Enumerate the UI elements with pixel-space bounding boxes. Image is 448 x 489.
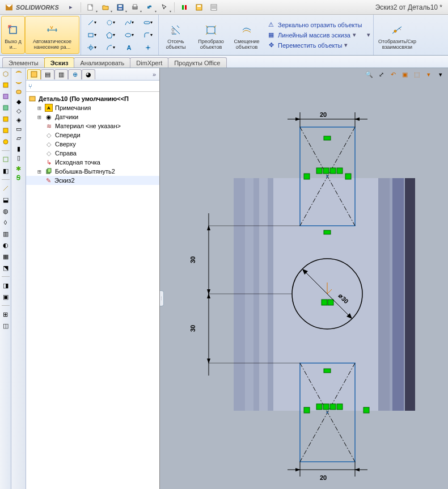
offset-icon	[241, 23, 252, 37]
relations-button[interactable]: Отобразить/Скр взаимосвязи	[375, 16, 419, 54]
tool-h[interactable]: ⬔	[1, 263, 10, 272]
fillet-tool[interactable]: ▾	[138, 29, 157, 41]
feature-cut[interactable]	[1, 92, 10, 101]
feature-fillet[interactable]	[1, 103, 10, 112]
tab-sketch[interactable]: Эскиз	[44, 57, 75, 68]
surf-4[interactable]: ◆	[16, 98, 21, 106]
options-button[interactable]	[193, 2, 205, 13]
tree-item-sketch2[interactable]: ✎Эскиз2	[26, 176, 159, 185]
tool-i[interactable]: ◨	[1, 281, 10, 290]
material-icon: ≋	[45, 122, 53, 130]
tree-item-right-plane[interactable]: ◇Справа	[26, 149, 159, 158]
exit-sketch-button[interactable]: Выхо д и...	[1, 16, 25, 54]
tool-b[interactable]: ⬓	[1, 195, 10, 204]
linear-pattern-button[interactable]: ▦Линейный массив эскиза▾	[267, 31, 362, 40]
tool-d[interactable]: ◊	[1, 218, 10, 227]
tree-item-origin[interactable]: ↳Исходная точка	[26, 158, 159, 167]
tab-dimxpert[interactable]: DimXpert	[130, 57, 168, 68]
trim-button[interactable]: Отсечь объекты	[160, 16, 192, 54]
tool-g[interactable]: ▦	[1, 252, 10, 261]
graphics-area[interactable]: 🔍 ⤢ ↶ ▣ ⬚ ▾ ▾ ⋮	[160, 68, 448, 489]
smart-dimension-button[interactable]: Автоматическое нанесение ра...	[25, 16, 79, 54]
undo-button[interactable]: ▾	[143, 2, 156, 13]
svg-text:20: 20	[320, 474, 327, 481]
twist-icon[interactable]: ⊞	[36, 113, 43, 121]
menu-expand[interactable]: ▸	[65, 2, 77, 13]
tree-item-material[interactable]: ≋Материал <не указан>	[26, 121, 159, 130]
feature-revolve[interactable]	[1, 115, 10, 124]
polygon-tool[interactable]: ▾	[101, 29, 120, 41]
line-tool[interactable]: ▾	[82, 16, 101, 29]
dim-bottom-width[interactable]: 20	[288, 462, 367, 481]
tool-l[interactable]: ◫	[1, 321, 10, 330]
new-button[interactable]: ▾	[84, 2, 97, 13]
svg-rect-30	[3, 157, 8, 162]
text-tool[interactable]: A	[120, 41, 138, 54]
move-entities-button[interactable]: ✥Переместить объекты▾	[267, 41, 362, 50]
surf-8[interactable]: ▱	[16, 134, 21, 142]
tree-item-notes[interactable]: ⊞AПримечания	[26, 103, 159, 112]
rectangle-tool[interactable]: ▾	[82, 29, 101, 41]
tree-item-top-plane[interactable]: ◇Сверху	[26, 140, 159, 149]
surf-3[interactable]	[15, 88, 22, 96]
mirror-entities-button[interactable]: ⚠Зеркально отразить объекты	[267, 20, 362, 29]
feature-shell[interactable]	[1, 155, 10, 164]
rebuild-button[interactable]	[178, 2, 191, 13]
tool-c[interactable]: ◍	[1, 206, 10, 216]
tree-tab-feature-manager[interactable]	[27, 69, 41, 79]
spline-b[interactable]: Ꞩ	[16, 174, 20, 182]
print-button[interactable]: ▾	[129, 2, 141, 13]
tree-filter[interactable]: ⑂	[26, 81, 159, 92]
tool-j[interactable]: ▣	[1, 292, 10, 301]
tab-elements[interactable]: Элементы	[2, 57, 45, 68]
surf-9[interactable]: ▮	[17, 145, 20, 153]
svg-rect-6	[182, 5, 184, 10]
feature-sweep[interactable]	[1, 126, 10, 135]
tree-tab-dimxpert[interactable]: ⊕	[68, 69, 82, 79]
properties-button[interactable]	[208, 2, 220, 13]
tool-f[interactable]: ◐	[1, 241, 10, 250]
twist-icon[interactable]: ⊞	[36, 104, 43, 112]
tab-office[interactable]: Продукты Office	[168, 57, 226, 68]
feature-rib[interactable]: ◧	[1, 166, 10, 175]
tree-tab-display[interactable]: ◕	[82, 69, 95, 79]
surf-7[interactable]: ▭	[16, 125, 22, 133]
surf-6[interactable]: ◈	[16, 116, 21, 124]
centerline-tool[interactable]: ▾	[82, 41, 101, 54]
tree-item-boss-extrude[interactable]: ⊞Бобышка-Вытянуть2	[26, 167, 159, 176]
arc-tool[interactable]: ▾	[101, 41, 120, 54]
tree-item-sensors[interactable]: ⊞◉Датчики	[26, 112, 159, 121]
tool-k[interactable]: ⊞	[1, 310, 10, 319]
feature-extrude[interactable]	[1, 81, 10, 90]
surf-10[interactable]: ▯	[17, 154, 20, 162]
tab-evaluate[interactable]: Анализировать	[74, 57, 130, 68]
save-button[interactable]: ▾	[114, 2, 126, 13]
offset-button[interactable]: Смещение объектов	[230, 16, 263, 54]
view-3d[interactable]	[1, 69, 10, 78]
tree-tab-property-manager[interactable]: ▤	[41, 69, 54, 79]
tool-e[interactable]: ▥	[1, 229, 10, 238]
dim-top-width[interactable]: 20	[288, 111, 367, 127]
twist-icon[interactable]: ⊞	[36, 168, 43, 175]
tree-tab-config[interactable]: ▥	[54, 69, 68, 79]
mirror-icon: ⚠	[267, 20, 276, 29]
svg-rect-7	[185, 5, 187, 10]
convert-entities-button[interactable]: Преобразо объектов	[192, 16, 230, 54]
surf-2[interactable]	[15, 79, 22, 87]
feature-hole[interactable]	[1, 137, 10, 146]
tool-a[interactable]	[1, 184, 10, 193]
tree-tabs-more[interactable]: »	[153, 71, 156, 78]
circle-tool[interactable]: ▾	[101, 16, 120, 29]
spline-a[interactable]: ✱	[16, 165, 21, 172]
point-tool[interactable]	[138, 41, 157, 54]
ribbon-expand[interactable]: ▾	[365, 16, 372, 54]
ellipse-tool[interactable]: ▾	[120, 29, 138, 41]
select-button[interactable]: ▾	[158, 2, 171, 13]
open-button[interactable]: ▾	[99, 2, 112, 13]
surf-5[interactable]: ◇	[16, 107, 21, 115]
tree-root[interactable]: Деталь10 (По умолчанию<<П	[26, 94, 159, 103]
slot-tool[interactable]: ▾	[138, 16, 157, 29]
tree-item-front-plane[interactable]: ◇Спереди	[26, 130, 159, 140]
spline-tool[interactable]: ▾	[120, 16, 138, 29]
surf-1[interactable]	[15, 69, 22, 77]
